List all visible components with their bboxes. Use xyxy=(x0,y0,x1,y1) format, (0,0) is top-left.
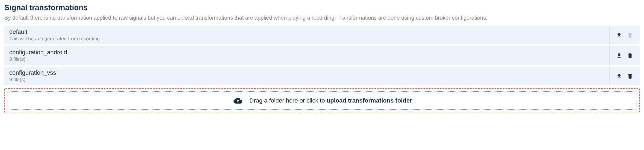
config-sub: 9 file(s) xyxy=(9,56,604,62)
cloud-upload-icon xyxy=(232,96,244,105)
config-sub: This will be autogenerated from recordin… xyxy=(9,36,604,42)
download-button[interactable] xyxy=(616,32,623,39)
download-icon xyxy=(616,32,622,38)
config-name: configuration_android xyxy=(9,49,604,56)
trash-icon xyxy=(627,32,633,38)
config-actions xyxy=(609,46,640,65)
dropzone-prefix: Drag a folder here or click to xyxy=(249,97,326,104)
download-button[interactable] xyxy=(616,73,623,80)
dropzone-bold: upload transformations folder xyxy=(327,97,412,104)
delete-button[interactable] xyxy=(627,52,634,59)
download-button[interactable] xyxy=(616,52,623,59)
config-list: default This will be autogenerated from … xyxy=(4,26,640,85)
download-icon xyxy=(616,73,622,79)
config-sub: 9 file(s) xyxy=(9,77,604,83)
config-name: default xyxy=(9,28,604,35)
upload-dropzone[interactable]: Drag a folder here or click to upload tr… xyxy=(8,91,636,110)
section-description: By default there is no transformation ap… xyxy=(4,14,640,22)
config-row: default This will be autogenerated from … xyxy=(4,26,640,44)
dropzone-highlight: Drag a folder here or click to upload tr… xyxy=(4,88,640,113)
config-actions xyxy=(609,67,640,85)
config-actions xyxy=(609,26,640,44)
trash-icon xyxy=(627,53,633,59)
config-main[interactable]: configuration_vss 9 file(s) xyxy=(4,67,609,85)
config-name: configuration_vss xyxy=(9,69,604,76)
section-title: Signal transformations xyxy=(4,3,640,12)
config-row: configuration_vss 9 file(s) xyxy=(4,67,640,85)
config-main[interactable]: default This will be autogenerated from … xyxy=(4,26,609,44)
delete-button[interactable] xyxy=(627,73,634,80)
dropzone-text: Drag a folder here or click to upload tr… xyxy=(249,97,412,104)
download-icon xyxy=(616,53,622,59)
config-main[interactable]: configuration_android 9 file(s) xyxy=(4,46,609,65)
delete-button xyxy=(627,32,634,39)
config-row: configuration_android 9 file(s) xyxy=(4,46,640,65)
trash-icon xyxy=(627,73,633,79)
